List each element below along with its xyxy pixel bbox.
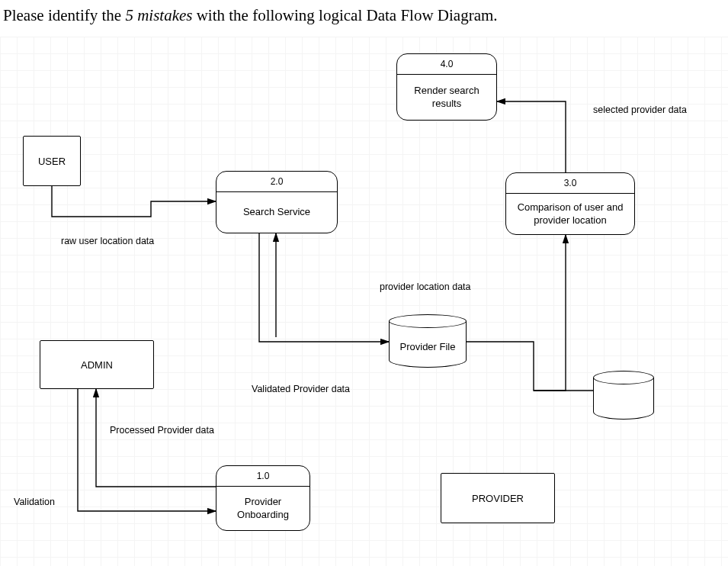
- diagram-canvas: USER ADMIN PROVIDER 2.0 Search Service 3…: [0, 37, 728, 566]
- flow-validation: Validation: [14, 496, 55, 508]
- datastore-unnamed: [593, 371, 654, 420]
- process-1-provider-onboarding: 1.0 Provider Onboarding: [216, 465, 310, 531]
- flow-provider-location: provider location data: [380, 281, 471, 293]
- entity-provider: PROVIDER: [441, 473, 555, 523]
- entity-admin: ADMIN: [40, 340, 154, 389]
- process-2-search-service: 2.0 Search Service: [216, 171, 338, 233]
- entity-user-label: USER: [38, 156, 66, 167]
- flow-selected-provider: selected provider data: [593, 104, 687, 116]
- process-3-comparison: 3.0 Comparison of user and provider loca…: [505, 172, 635, 235]
- process-1-name: Provider Onboarding: [216, 487, 309, 530]
- process-2-name: Search Service: [216, 192, 337, 233]
- entity-user: USER: [23, 136, 81, 186]
- question-prefix: Please identify the: [3, 6, 125, 24]
- question-suffix: with the following logical Data Flow Dia…: [192, 6, 497, 24]
- datastore-provider-file-label: Provider File: [400, 341, 456, 352]
- process-4-id: 4.0: [397, 54, 496, 75]
- question-emphasis: 5 mistakes: [125, 6, 192, 24]
- process-2-id: 2.0: [216, 172, 337, 192]
- flow-raw-user-location: raw user location data: [61, 235, 154, 247]
- process-3-name: Comparison of user and provider location: [506, 194, 634, 234]
- question-text: Please identify the 5 mistakes with the …: [0, 0, 728, 31]
- entity-admin-label: ADMIN: [81, 359, 113, 371]
- process-1-id: 1.0: [216, 466, 309, 487]
- entity-provider-label: PROVIDER: [472, 493, 524, 504]
- datastore-provider-file: Provider File: [389, 314, 467, 368]
- flow-processed-provider: Processed Provider data: [110, 424, 214, 436]
- process-3-id: 3.0: [506, 173, 634, 194]
- flow-validated-provider: Validated Provider data: [252, 383, 350, 395]
- process-4-name: Render search results: [397, 75, 496, 120]
- process-4-render-results: 4.0 Render search results: [396, 53, 497, 121]
